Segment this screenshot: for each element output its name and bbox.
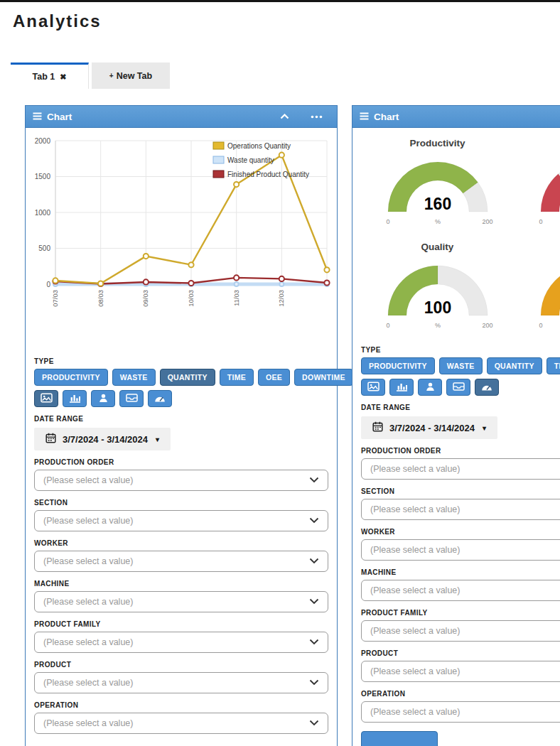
filter-group: PRODUCT(Please select a value) <box>34 661 328 693</box>
type-button-row: PRODUCTIVITYWASTEQUANTITYTIMEOEEDOWNTIME <box>34 369 328 386</box>
submit-button[interactable] <box>361 731 438 746</box>
filter-group: PRODUCT FAMILY(Please select a value) <box>34 620 328 653</box>
image-view-button[interactable] <box>34 390 58 407</box>
date-range-button[interactable]: 3/7/2024 - 3/14/2024▾ <box>34 428 171 450</box>
gauge-title <box>514 242 560 253</box>
data-point <box>144 254 149 259</box>
chevron-down-icon <box>309 556 319 566</box>
type-button-row: PRODUCTIVITYWASTEQUANTITYTIMEOEEDOWNTIME <box>361 357 560 374</box>
gauge-max-label: 200 <box>482 218 492 225</box>
image-icon <box>367 382 379 394</box>
chevron-down-icon <box>309 678 319 688</box>
select-product-family[interactable]: (Please select a value) <box>34 632 328 653</box>
type-button-productivity[interactable]: PRODUCTIVITY <box>361 357 435 374</box>
gauge-unit-label: % <box>434 218 440 225</box>
chevron-down-icon <box>309 637 319 647</box>
select-placeholder: (Please select a value) <box>43 678 133 688</box>
type-button-quantity[interactable]: QUANTITY <box>487 357 542 374</box>
data-point <box>144 279 149 284</box>
new-tab-label: New Tab <box>117 71 152 81</box>
gauge-title: Quality <box>361 242 514 253</box>
filter-group: WORKER(Please select a value) <box>361 528 560 561</box>
tab-close-icon[interactable]: ✖ <box>60 72 66 82</box>
filter-label-product: PRODUCT <box>361 649 560 657</box>
user-view-button[interactable] <box>418 379 442 396</box>
chart-panel-right: Chart Productivity1600%2000%200Quality10… <box>352 105 560 746</box>
gauge-view-button[interactable] <box>148 390 172 407</box>
filter-group: PRODUCT FAMILY(Please select a value) <box>361 609 560 642</box>
ellipsis-icon[interactable] <box>311 115 323 119</box>
user-view-button[interactable] <box>91 390 115 407</box>
archive-icon <box>453 382 465 393</box>
filter-group: PRODUCT(Please select a value) <box>361 649 560 682</box>
select-operation[interactable]: (Please select a value) <box>34 713 328 734</box>
y-tick-label: 1000 <box>35 209 51 217</box>
caret-down-icon: ▾ <box>156 436 159 443</box>
legend-swatch <box>213 171 224 178</box>
gauge-icon <box>481 382 492 393</box>
chart-panel-left: Chart 050010001500200007/0308/0309/0310/… <box>25 105 338 746</box>
date-range-button[interactable]: 3/7/2024 - 3/14/2024▾ <box>361 416 497 439</box>
select-placeholder: (Please select a value) <box>43 475 133 485</box>
new-tab-button[interactable]: + New Tab <box>92 63 170 89</box>
select-product[interactable]: (Please select a value) <box>361 661 560 682</box>
select-placeholder: (Please select a value) <box>370 464 460 474</box>
gauge-title <box>514 138 560 149</box>
type-button-waste[interactable]: WASTE <box>112 369 156 386</box>
chevron-down-icon <box>309 718 319 728</box>
select-section[interactable]: (Please select a value) <box>361 499 560 520</box>
chevron-up-icon[interactable] <box>280 114 289 119</box>
data-point <box>235 282 239 286</box>
select-placeholder: (Please select a value) <box>43 718 133 728</box>
tab-1[interactable]: Tab 1 ✖ <box>11 63 89 89</box>
bar-chart-view-button[interactable] <box>389 379 414 396</box>
legend-swatch <box>213 156 224 163</box>
type-button-time[interactable]: TIME <box>546 357 560 374</box>
select-machine[interactable]: (Please select a value) <box>34 591 328 612</box>
gauge-svg: 1600%200 <box>377 155 498 227</box>
select-section[interactable]: (Please select a value) <box>34 510 328 531</box>
select-product[interactable]: (Please select a value) <box>34 672 328 693</box>
gauge-min-label: 0 <box>539 218 542 225</box>
bar-chart-view-button[interactable] <box>63 390 87 407</box>
y-tick-label: 2000 <box>35 137 51 145</box>
hamburger-icon[interactable] <box>360 110 369 123</box>
date-range-label: DATE RANGE <box>361 404 560 411</box>
calendar-icon <box>45 433 56 445</box>
type-button-waste[interactable]: WASTE <box>439 357 483 374</box>
filter-label-machine: MACHINE <box>34 580 328 588</box>
type-label: TYPE <box>361 346 560 354</box>
select-machine[interactable]: (Please select a value) <box>361 580 560 601</box>
gauge-svg: 0%200 <box>530 259 560 331</box>
hamburger-icon[interactable] <box>33 110 42 123</box>
filter-label-product-family: PRODUCT FAMILY <box>361 609 560 617</box>
x-tick-label: 07/03 <box>51 290 59 307</box>
data-point <box>279 276 284 281</box>
panel-header: Chart <box>26 106 337 128</box>
gauge-view-button[interactable] <box>475 379 499 396</box>
type-button-oee[interactable]: OEE <box>258 369 290 386</box>
select-production-order[interactable]: (Please select a value) <box>361 458 560 480</box>
x-tick-label: 11/03 <box>232 290 240 306</box>
select-worker[interactable]: (Please select a value) <box>34 551 328 572</box>
filter-label-operation: OPERATION <box>361 690 560 698</box>
select-operation[interactable]: (Please select a value) <box>361 701 560 723</box>
select-production-order[interactable]: (Please select a value) <box>34 470 328 491</box>
filter-group: OPERATION(Please select a value) <box>34 701 328 734</box>
archive-view-button[interactable] <box>119 390 144 407</box>
image-icon <box>41 393 53 405</box>
type-button-time[interactable]: TIME <box>220 369 254 386</box>
filter-label-product: PRODUCT <box>34 661 328 669</box>
type-button-quantity[interactable]: QUANTITY <box>160 369 215 386</box>
archive-view-button[interactable] <box>446 379 470 396</box>
select-placeholder: (Please select a value) <box>370 707 460 717</box>
type-button-downtime[interactable]: DOWNTIME <box>294 369 353 386</box>
type-button-productivity[interactable]: PRODUCTIVITY <box>34 369 108 386</box>
panel-header: Chart <box>352 106 560 128</box>
y-tick-label: 500 <box>38 244 50 252</box>
select-worker[interactable]: (Please select a value) <box>361 539 560 561</box>
image-view-button[interactable] <box>361 379 385 396</box>
filter-label-section: SECTION <box>34 499 328 507</box>
legend-swatch <box>213 142 224 149</box>
select-product-family[interactable]: (Please select a value) <box>361 620 560 642</box>
